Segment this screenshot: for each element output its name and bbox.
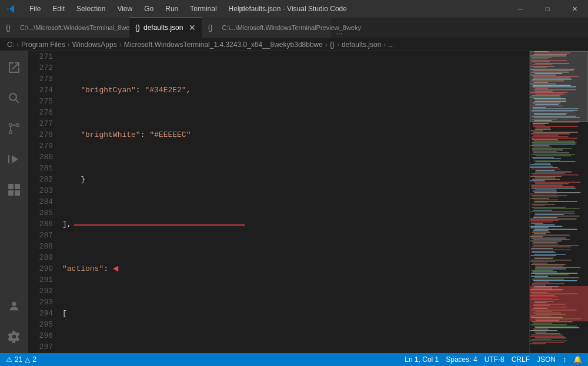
code-line-272: "brightWhite": "#EEEEEC" (62, 129, 529, 140)
status-right: Ln 1, Col 1 Spaces: 4 UTF-8 CRLF JSON ↕ … (405, 355, 582, 364)
menu-run[interactable]: Run (159, 2, 184, 15)
activity-search[interactable] (0, 84, 28, 112)
tab-close-button[interactable]: ✕ (189, 23, 196, 32)
error-icon: ⚠ (6, 355, 12, 364)
status-line-ending[interactable]: CRLF (512, 355, 530, 364)
svg-rect-6 (8, 184, 14, 189)
status-encoding[interactable]: UTF-8 (485, 355, 505, 364)
activity-account[interactable] (0, 292, 28, 320)
activity-source-control[interactable] (0, 115, 28, 143)
code-line-276: [ (62, 308, 529, 319)
activity-extensions[interactable] (0, 176, 28, 204)
breadcrumb-bracket: {} (330, 41, 335, 49)
warning-count: 2 (32, 355, 36, 364)
error-count: 21 (15, 355, 22, 364)
status-position[interactable]: Ln 1, Col 1 (405, 355, 439, 364)
tab-more-button[interactable]: ··· (331, 29, 347, 38)
minimap[interactable] (529, 51, 588, 353)
status-errors[interactable]: ⚠ 21 △ 2 (6, 355, 36, 364)
breadcrumb-ellipsis: ... (388, 41, 394, 49)
status-notification[interactable]: 🔔 (573, 355, 582, 364)
svg-point-0 (9, 93, 16, 100)
code-line-271: "brightCyan": "#34E2E2", (62, 85, 529, 96)
code-editor[interactable]: "brightCyan": "#34E2E2", "brightWhite": … (58, 51, 529, 353)
notification-icon: 🔔 (573, 355, 582, 364)
code-line-273: } (62, 174, 529, 185)
svg-rect-7 (15, 184, 20, 189)
code-line-275: "actions": ◄ (62, 263, 529, 274)
app-icon (0, 4, 24, 14)
tab-settings1[interactable]: {} settings.json C:\...\Microsoft.Window… (0, 17, 129, 38)
editor[interactable]: 271 272 273 274 275 276 277 278 279 280 … (28, 51, 588, 353)
line-numbers: 271 272 273 274 275 276 277 278 279 280 … (28, 51, 58, 353)
warning-icon: △ (25, 355, 30, 364)
breadcrumb-windowsapps[interactable]: WindowsApps (72, 41, 117, 49)
svg-point-3 (16, 124, 19, 127)
menu-file[interactable]: File (24, 2, 46, 15)
svg-line-1 (16, 100, 19, 103)
activity-explorer[interactable] (0, 53, 28, 82)
title-bar: File Edit Selection View Go Run Terminal… (0, 0, 588, 18)
tab-icon2: {} (208, 23, 212, 32)
breadcrumb-programfiles[interactable]: Program Files (21, 41, 65, 49)
svg-rect-9 (15, 190, 20, 196)
code-line-277: // Application-level Keys (62, 352, 529, 353)
menu-selection[interactable]: Selection (71, 2, 111, 15)
breadcrumb-file[interactable]: defaults.json (342, 41, 381, 49)
svg-point-10 (12, 302, 16, 306)
breadcrumb-terminal[interactable]: Microsoft.WindowsTerminal_1.4.3243.0_x64… (124, 41, 323, 49)
breadcrumb: C: › Program Files › WindowsApps › Micro… (0, 38, 588, 51)
window-controls: ─ □ ✕ (507, 0, 588, 18)
sync-icon: ↕ (563, 355, 566, 364)
tab-settings2[interactable]: {} settings.json C:\...\Microsoft.Window… (202, 17, 331, 38)
close-button[interactable]: ✕ (561, 0, 588, 18)
svg-point-4 (9, 124, 12, 127)
status-language[interactable]: JSON (537, 355, 556, 364)
svg-rect-8 (8, 190, 14, 196)
main-area: 271 272 273 274 275 276 277 278 279 280 … (0, 51, 588, 353)
menu-view[interactable]: View (111, 2, 138, 15)
window-title: defaults.json - Visual Studio Code (241, 5, 347, 13)
status-spaces[interactable]: Spaces: 4 (446, 355, 477, 364)
tab-icon: {} (6, 23, 11, 32)
status-bar: ⚠ 21 △ 2 Ln 1, Col 1 Spaces: 4 UTF-8 CRL… (0, 353, 588, 366)
maximize-button[interactable]: □ (534, 0, 561, 18)
breadcrumb-c[interactable]: C: (7, 41, 14, 49)
activity-bar (0, 51, 28, 353)
menu-edit[interactable]: Edit (46, 2, 71, 15)
minimize-button[interactable]: ─ (507, 0, 534, 18)
menu-terminal[interactable]: Terminal (184, 2, 222, 15)
activity-run[interactable] (0, 145, 28, 173)
activity-gear[interactable] (0, 323, 28, 351)
menu-go[interactable]: Go (138, 2, 159, 15)
tab-defaults[interactable]: {} defaults.json ✕ (129, 17, 202, 38)
code-area: 271 272 273 274 275 276 277 278 279 280 … (28, 51, 588, 353)
svg-point-2 (9, 131, 12, 134)
tab-bar: {} settings.json C:\...\Microsoft.Window… (0, 18, 588, 38)
status-sync[interactable]: ↕ (563, 355, 566, 364)
tab-icon-active: {} (135, 23, 140, 32)
code-line-274: ], (62, 219, 529, 230)
